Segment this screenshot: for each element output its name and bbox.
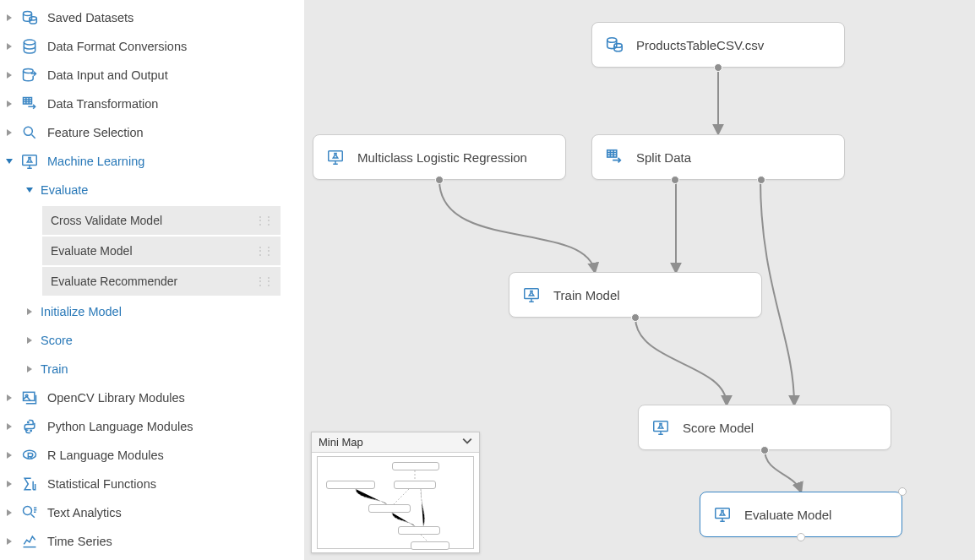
subcategory-evaluate[interactable]: Evaluate	[0, 176, 304, 204]
category-python[interactable]: Python Language Modules	[0, 412, 304, 441]
subcategory-initialize-model[interactable]: Initialize Model	[0, 297, 304, 326]
subcategory-label: Score	[41, 334, 73, 347]
columns-icon	[20, 95, 39, 113]
svg-rect-19	[716, 508, 730, 519]
caret-icon	[5, 394, 14, 402]
subcategory-score[interactable]: Score	[0, 326, 304, 355]
minimap-panel[interactable]: Mini Map	[311, 432, 480, 553]
node-score-model[interactable]: Score Model	[638, 405, 891, 450]
output-port[interactable]	[760, 446, 769, 454]
caret-icon	[5, 100, 14, 108]
subcategory-label: Evaluate	[41, 183, 88, 197]
node-label: Score Model	[683, 421, 754, 435]
category-label: Statistical Functions	[47, 477, 156, 491]
node-train-model[interactable]: Train Model	[509, 272, 762, 318]
node-label: Evaluate Model	[744, 508, 831, 522]
svg-point-11	[24, 450, 36, 459]
module-evaluate-model[interactable]: Evaluate Model ⋮⋮	[42, 237, 281, 265]
minimap-header[interactable]: Mini Map	[312, 432, 479, 453]
image-icon	[20, 389, 39, 407]
chart-icon	[20, 532, 39, 551]
caret-icon	[5, 42, 14, 51]
subcategory-label: Train	[41, 362, 68, 376]
node-evaluate-model[interactable]: Evaluate Model	[700, 492, 902, 537]
r-icon	[20, 446, 39, 465]
category-feature-selection[interactable]: Feature Selection	[0, 118, 304, 147]
module-palette[interactable]: Saved Datasets Data Format Conversions D…	[0, 0, 304, 560]
drag-grip-icon: ⋮⋮	[255, 215, 272, 226]
drag-grip-icon: ⋮⋮	[255, 245, 272, 257]
output-port[interactable]	[631, 313, 640, 322]
module-evaluate-recommender[interactable]: Evaluate Recommender ⋮⋮	[42, 267, 281, 296]
category-stats[interactable]: Statistical Functions	[0, 470, 304, 498]
flask-screen-icon	[20, 152, 39, 171]
svg-rect-16	[607, 150, 617, 157]
node-label: Multiclass Logistic Regression	[357, 150, 527, 165]
caret-icon	[25, 307, 34, 316]
node-dataset[interactable]: ProductsTableCSV.csv	[591, 22, 845, 68]
output-port[interactable]	[435, 176, 444, 184]
flask-screen-icon	[325, 147, 346, 167]
columns-icon	[604, 147, 624, 167]
svg-point-14	[614, 44, 622, 48]
category-label: Data Input and Output	[47, 68, 168, 82]
flask-screen-icon	[712, 504, 733, 525]
caret-icon	[5, 14, 14, 22]
category-machine-learning[interactable]: Machine Learning	[0, 147, 304, 176]
svg-point-0	[24, 12, 32, 16]
caret-icon	[5, 537, 14, 546]
node-label: ProductsTableCSV.csv	[636, 38, 764, 52]
category-label: Python Language Modules	[47, 420, 193, 433]
category-label: Text Analytics	[47, 506, 122, 519]
caret-icon	[5, 71, 14, 79]
output-port[interactable]	[714, 63, 722, 72]
svg-point-9	[28, 421, 29, 422]
subcategory-train[interactable]: Train	[0, 355, 304, 383]
python-icon	[20, 417, 39, 436]
category-text-analytics[interactable]: Text Analytics	[0, 498, 304, 527]
category-data-io[interactable]: Data Input and Output	[0, 61, 304, 90]
database-icon	[20, 37, 39, 56]
caret-icon	[5, 451, 14, 459]
sigma-icon	[20, 475, 39, 493]
flask-screen-icon	[651, 417, 671, 438]
category-saved-datasets[interactable]: Saved Datasets	[0, 3, 304, 32]
category-label: OpenCV Library Modules	[47, 391, 185, 405]
svg-point-5	[24, 127, 32, 135]
category-opencv[interactable]: OpenCV Library Modules	[0, 383, 304, 412]
category-data-transform[interactable]: Data Transformation	[0, 90, 304, 118]
caret-icon	[5, 128, 14, 137]
category-time-series[interactable]: Time Series	[0, 527, 304, 556]
node-multiclass-logistic-regression[interactable]: Multiclass Logistic Regression	[313, 134, 566, 180]
category-label: Data Format Conversions	[47, 40, 187, 53]
output-port-1[interactable]	[671, 176, 679, 184]
category-label: Saved Datasets	[47, 11, 133, 24]
svg-point-12	[24, 507, 32, 515]
module-label: Evaluate Recommender	[51, 275, 177, 288]
svg-rect-18	[654, 421, 668, 432]
caret-icon	[5, 480, 14, 488]
module-cross-validate-model[interactable]: Cross Validate Model ⋮⋮	[42, 206, 281, 235]
category-label: Feature Selection	[47, 126, 144, 139]
caret-down-icon	[25, 186, 34, 194]
module-label: Evaluate Model	[51, 244, 133, 258]
module-label: Cross Validate Model	[51, 214, 162, 227]
svg-point-3	[24, 69, 34, 73]
database-icon	[604, 35, 624, 55]
node-split-data[interactable]: Split Data	[591, 134, 845, 180]
chevron-down-icon	[462, 436, 472, 449]
svg-point-2	[24, 40, 35, 45]
database-icon	[20, 8, 39, 27]
caret-icon	[5, 508, 14, 517]
svg-point-13	[607, 38, 617, 43]
category-data-format[interactable]: Data Format Conversions	[0, 32, 304, 61]
selection-handle[interactable]	[797, 533, 805, 541]
mm-wires	[318, 457, 473, 548]
selection-handle[interactable]	[898, 487, 907, 496]
category-r-language[interactable]: R Language Modules	[0, 441, 304, 470]
output-port-2[interactable]	[757, 176, 765, 184]
category-label: Time Series	[47, 535, 112, 548]
minimap-body[interactable]	[312, 453, 479, 552]
text-search-icon	[20, 503, 39, 522]
experiment-canvas[interactable]: ProductsTableCSV.csv Multiclass Logistic…	[304, 0, 975, 560]
